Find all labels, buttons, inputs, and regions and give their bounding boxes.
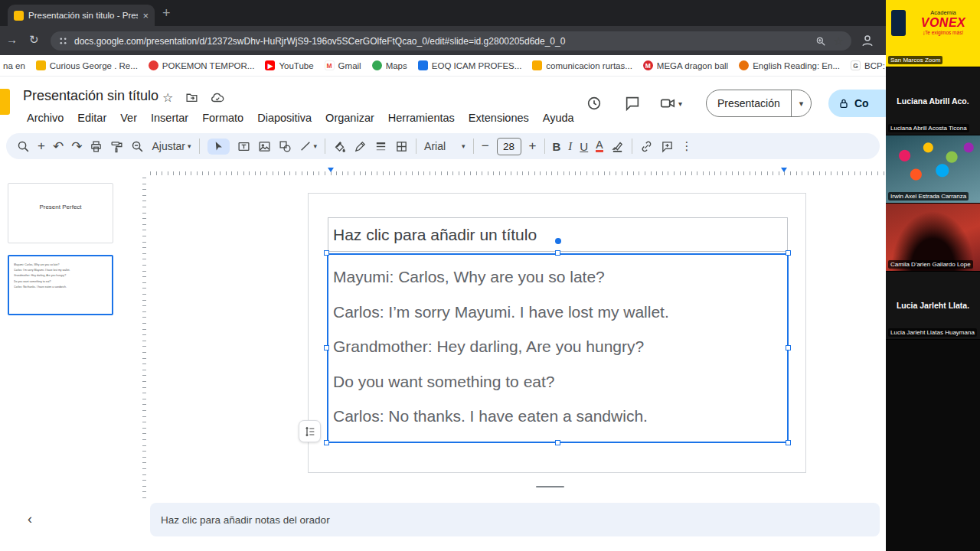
resize-handle[interactable] (324, 250, 329, 256)
border-color-icon[interactable] (354, 140, 367, 153)
font-size-input[interactable]: 28 (497, 138, 521, 155)
insert-link-icon[interactable] (640, 140, 653, 153)
bookmark-item[interactable]: MMEGA dragon ball (643, 60, 728, 70)
bold-icon[interactable]: B (553, 140, 561, 153)
document-title[interactable]: Presentación sin título (23, 88, 158, 104)
meet-camera-button[interactable]: ▾ (659, 95, 682, 112)
menu-archivo[interactable]: Archivo (20, 110, 70, 126)
paint-format-icon[interactable] (110, 140, 123, 153)
menu-insertar[interactable]: Insertar (144, 110, 195, 126)
menu-herramientas[interactable]: Herramientas (381, 110, 462, 126)
version-history-icon[interactable] (586, 95, 603, 112)
title-placeholder[interactable]: Haz clic para añadir un título (328, 217, 788, 252)
bookmark-item[interactable]: Maps (372, 60, 407, 70)
zoom-tile-participant[interactable]: Camila D'arien Gallardo Lope (886, 204, 980, 272)
speaker-notes[interactable]: Haz clic para añadir notas del orador (150, 503, 880, 536)
participant-display-name: Luciana Abrill Aco. (893, 96, 972, 106)
new-tab-button[interactable]: + (162, 6, 171, 20)
body-text-box[interactable]: Mayumi: Carlos, Why are you so late? Car… (327, 253, 789, 443)
collapse-chevron-icon[interactable]: ‹ (28, 511, 32, 527)
add-comment-icon[interactable] (661, 140, 674, 153)
menu-ayuda[interactable]: Ayuda (536, 110, 581, 126)
font-family-select[interactable]: Arial▾ (424, 140, 466, 152)
profile-avatar-icon[interactable] (861, 34, 874, 47)
bookmark-item[interactable]: ▶YouTube (265, 60, 313, 70)
resize-handle[interactable] (324, 345, 329, 350)
participant-name-label: San Marcos Zoom (888, 56, 942, 64)
site-info-icon[interactable] (58, 36, 68, 46)
tab-close-icon[interactable]: × (142, 10, 149, 21)
reload-icon[interactable]: ↻ (29, 33, 39, 47)
bookmark-item[interactable]: na en (3, 61, 25, 70)
url-bar[interactable]: docs.google.com/presentation/d/12372swDh… (51, 31, 851, 51)
underline-icon[interactable]: U (580, 140, 588, 153)
resize-handle[interactable] (555, 250, 560, 256)
zoom-icon[interactable] (131, 140, 144, 153)
undo-icon[interactable]: ↶ (53, 139, 64, 155)
font-size-increase-icon[interactable]: + (529, 139, 537, 154)
resize-handle[interactable] (786, 250, 791, 256)
insert-line-icon[interactable]: ▾ (299, 140, 318, 152)
bookmark-item[interactable]: comunicacion rurtas... (532, 60, 632, 70)
resize-handle[interactable] (324, 440, 329, 445)
menu-editar[interactable]: Editar (70, 110, 113, 126)
resize-handle[interactable] (786, 345, 791, 350)
indent-marker[interactable] (328, 168, 334, 172)
horizontal-ruler[interactable] (150, 165, 885, 177)
menu-ver[interactable]: Ver (113, 110, 144, 126)
bookmark-item[interactable]: POKEMON TEMPOR... (149, 60, 255, 70)
menu-extensiones[interactable]: Extensiones (462, 110, 536, 126)
text-color-icon[interactable]: A (596, 140, 603, 152)
new-slide-button[interactable]: + (38, 139, 45, 154)
redo-icon[interactable]: ↷ (71, 139, 82, 155)
slide-thumbnail-1[interactable]: Present Perfect (8, 183, 113, 243)
star-icon[interactable]: ☆ (162, 90, 173, 105)
fill-color-icon[interactable] (333, 140, 346, 153)
notes-resize-handle[interactable] (536, 486, 564, 487)
zoom-tile-host[interactable]: Academia VONEX ¡Te exigimos más! San Mar… (886, 0, 980, 67)
browser-tab[interactable]: Presentación sin titulo - Presen × (8, 5, 155, 26)
bookmark-star-icon[interactable]: ☆ (834, 34, 844, 48)
zoom-tile-participant[interactable]: Lucia Jarleht Llata. Lucia Jarleht Llata… (886, 272, 980, 340)
more-options-icon[interactable]: ⋮ (681, 139, 693, 153)
slide-thumbnail-2[interactable]: Mayumi: Carlos, Why are you so late? Car… (8, 255, 113, 315)
chevron-down-icon[interactable]: ▾ (792, 99, 812, 109)
insert-shape-icon[interactable] (279, 140, 292, 153)
highlight-color-icon[interactable] (611, 140, 624, 153)
rotate-handle[interactable] (555, 238, 561, 244)
slide-filmstrip: Present Perfect Mayumi: Carlos, Why are … (0, 178, 130, 499)
print-icon[interactable] (90, 140, 103, 153)
line-spacing-button[interactable] (299, 420, 321, 442)
select-tool-icon[interactable] (207, 139, 230, 155)
border-weight-icon[interactable] (374, 140, 387, 153)
search-menus-icon[interactable] (17, 140, 30, 153)
resize-handle[interactable] (555, 440, 560, 445)
zoom-tile-participant[interactable]: Luciana Abrill Aco. Luciana Abrill Acost… (886, 67, 980, 135)
fit-zoom-select[interactable]: Ajustar▾ (152, 140, 191, 152)
bookmark-item[interactable]: English Reading: En... (739, 60, 840, 70)
comments-icon[interactable] (624, 95, 641, 112)
move-folder-icon[interactable] (185, 90, 198, 105)
present-button[interactable]: Presentación ▾ (706, 90, 812, 117)
vertical-ruler[interactable] (136, 178, 148, 499)
bookmark-favicon-icon (36, 60, 46, 70)
slide-canvas[interactable]: Haz clic para añadir un título Mayumi: C… (308, 193, 806, 473)
bookmark-item[interactable]: MGmail (325, 60, 361, 70)
font-size-decrease-icon[interactable]: − (482, 139, 489, 154)
menu-diapositiva[interactable]: Diapositiva (250, 110, 318, 126)
indent-marker[interactable] (781, 168, 787, 172)
forward-icon[interactable]: → (6, 33, 18, 46)
italic-icon[interactable]: I (568, 140, 572, 153)
menu-formato[interactable]: Formato (195, 110, 250, 126)
border-dash-icon[interactable] (395, 140, 408, 153)
page-zoom-icon[interactable] (815, 36, 826, 47)
resize-handle[interactable] (786, 440, 791, 445)
zoom-tile-participant[interactable]: Irwin Axel Estrada Carranza (886, 135, 980, 204)
insert-image-icon[interactable] (258, 140, 271, 153)
bookmark-item[interactable]: Curious George . Re... (36, 60, 138, 70)
text-box-icon[interactable] (237, 140, 250, 153)
slides-logo-icon[interactable] (0, 89, 10, 115)
bookmark-item[interactable]: GBCP: tasa de referen... (851, 60, 886, 70)
bookmark-item[interactable]: EOQ ICAM PROFES... (418, 60, 522, 70)
menu-organizar[interactable]: Organizar (318, 110, 381, 126)
